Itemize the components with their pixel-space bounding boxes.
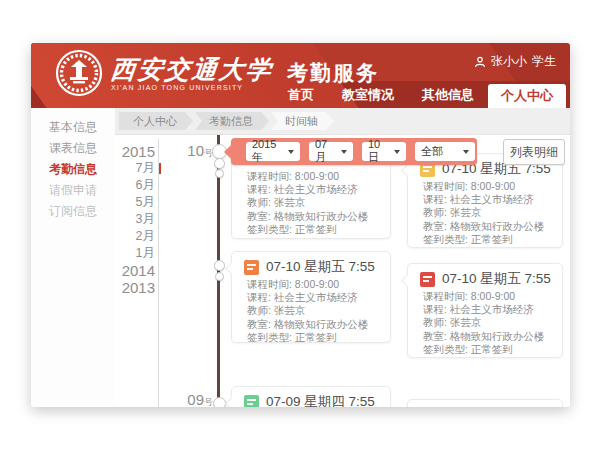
timeline-month-1月[interactable]: 1月 xyxy=(115,245,155,262)
timeline-node xyxy=(215,169,224,178)
dropdown-value: 全部 xyxy=(421,144,443,159)
timeline-month-7月[interactable]: 7月 xyxy=(115,160,155,177)
sidebar-item-课表信息[interactable]: 课表信息 xyxy=(31,138,115,159)
timeline-year-2014[interactable]: 2014 xyxy=(115,262,155,279)
card-field-教师: 教师: 张芸京 xyxy=(408,316,562,329)
card-title: 07-10 星期五 7:55 xyxy=(266,258,375,276)
card-field-课程时间: 课程时间: 8:00-9:00 xyxy=(408,290,562,303)
card-field-教室: 教室: 格物致知行政办公楼 xyxy=(232,210,390,223)
sidebar: 基本信息课表信息考勤信息请假申请订阅信息 xyxy=(31,108,115,407)
filter-dropdown[interactable]: 全部 xyxy=(415,142,475,161)
card-field-课程时间: 课程时间: 8:00-9:00 xyxy=(232,278,390,291)
timeline-month-5月[interactable]: 5月 xyxy=(115,194,155,211)
nav-link-首页[interactable]: 首页 xyxy=(274,81,328,108)
card-field-课程: 课程: 社会主义市场经济 xyxy=(408,303,562,316)
timeline-node xyxy=(213,397,226,407)
card-field-教室: 教室: 格物致知行政办公楼 xyxy=(408,220,562,233)
chevron-down-icon xyxy=(341,150,347,154)
card-field-课程: 课程: 社会主义市场经济 xyxy=(408,193,562,206)
user-icon xyxy=(474,56,486,68)
card-title: 07-09 星期四 7:55 xyxy=(266,393,375,407)
tab-personal-center[interactable]: 个人中心 xyxy=(488,84,566,108)
user-name: 张小小 xyxy=(491,53,527,70)
card-field-签到类型: 签到类型: 正常签到 xyxy=(408,343,562,356)
filter-bubble: 2015年07月10日全部 xyxy=(231,138,477,165)
card-field-签到类型: 签到类型: 正常签到 xyxy=(232,331,390,344)
nav-link-其他信息[interactable]: 其他信息 xyxy=(408,81,488,108)
day-marker: 10号 xyxy=(175,142,213,160)
breadcrumb-item-时间轴[interactable]: 时间轴 xyxy=(271,112,334,130)
selected-month-tick xyxy=(159,163,161,174)
card-field-教室: 教室: 格物致知行政办公楼 xyxy=(408,330,562,343)
years-divider xyxy=(158,139,159,407)
card-field-教室: 教室: 格物致知行政办公楼 xyxy=(232,318,390,331)
chevron-down-icon xyxy=(288,150,294,154)
day-suffix: 号 xyxy=(204,397,213,407)
university-name-cn: 西安交通大学 xyxy=(110,56,275,82)
card-field-课程时间: 课程时间: 8:00-9:00 xyxy=(408,180,562,193)
main-area: 基本信息课表信息考勤信息请假申请订阅信息 个人中心考勤信息时间轴 20157月6… xyxy=(31,108,570,407)
card-field-教师: 教师: 张芸京 xyxy=(232,196,390,209)
timeline-node xyxy=(214,158,225,169)
day-number: 10 xyxy=(187,142,204,159)
timeline-region: 20157月6月5月3月2月1月20142013 10号 09号 课程时间: 8… xyxy=(115,135,570,407)
card-field-教师: 教师: 张芸京 xyxy=(232,304,390,317)
filter-dropdown[interactable]: 07月 xyxy=(309,142,353,161)
list-detail-button[interactable]: 列表明细 xyxy=(503,139,565,165)
sidebar-item-基本信息[interactable]: 基本信息 xyxy=(31,117,115,138)
user-role: 学生 xyxy=(532,53,556,70)
card-field-教师: 教师: 张芸京 xyxy=(408,206,562,219)
filter-dropdown[interactable]: 2015年 xyxy=(246,142,300,161)
app-header: 西安交通大学 XI'AN JIAO TONG UNIVERSITY 考勤服务 张… xyxy=(31,43,570,108)
nav-link-教室情况[interactable]: 教室情况 xyxy=(328,81,408,108)
card-field-课程: 课程: 社会主义市场经济 xyxy=(232,291,390,304)
card-title-row: 07-10 星期五 7:55 xyxy=(232,252,390,278)
dropdown-value: 2015年 xyxy=(252,138,284,165)
card-title: 07-10 星期五 7:55 xyxy=(442,270,551,288)
timeline-month-6月[interactable]: 6月 xyxy=(115,177,155,194)
university-logo-icon xyxy=(55,49,103,97)
content-area: 个人中心考勤信息时间轴 20157月6月5月3月2月1月20142013 10号… xyxy=(115,108,570,407)
user-info[interactable]: 张小小 学生 xyxy=(474,53,556,70)
attendance-card xyxy=(407,399,563,407)
filter-dropdown[interactable]: 10日 xyxy=(362,142,406,161)
timeline-years-nav: 20157月6月5月3月2月1月20142013 xyxy=(115,143,155,296)
timeline-node xyxy=(215,272,224,281)
top-navigation: 首页教室情况其他信息 个人中心 xyxy=(274,81,566,108)
day-suffix: 号 xyxy=(204,148,213,158)
card-title-row xyxy=(408,400,562,407)
calendar-icon xyxy=(420,272,435,287)
attendance-card: 07-10 星期五 7:55课程时间: 8:00-9:00课程: 社会主义市场经… xyxy=(231,251,391,343)
attendance-card: 07-10 星期五 7:55课程时间: 8:00-9:00课程: 社会主义市场经… xyxy=(407,153,563,248)
day-number: 09 xyxy=(187,391,204,407)
breadcrumb-item-考勤信息[interactable]: 考勤信息 xyxy=(195,112,269,130)
chevron-down-icon xyxy=(463,150,469,154)
timeline-year-2015[interactable]: 2015 xyxy=(115,143,155,160)
dropdown-value: 07月 xyxy=(315,138,337,165)
card-field-课程: 课程: 社会主义市场经济 xyxy=(232,183,390,196)
calendar-icon xyxy=(244,395,259,408)
timeline-month-2月[interactable]: 2月 xyxy=(115,228,155,245)
breadcrumb: 个人中心考勤信息时间轴 xyxy=(115,108,570,135)
timeline-month-3月[interactable]: 3月 xyxy=(115,211,155,228)
timeline-year-2013[interactable]: 2013 xyxy=(115,279,155,296)
university-name: 西安交通大学 XI'AN JIAO TONG UNIVERSITY xyxy=(111,56,273,91)
app-window: 西安交通大学 XI'AN JIAO TONG UNIVERSITY 考勤服务 张… xyxy=(31,43,570,407)
attendance-card: 07-09 星期四 7:55 xyxy=(231,386,391,407)
breadcrumb-item-个人中心[interactable]: 个人中心 xyxy=(119,112,193,130)
attendance-card: 07-10 星期五 7:55课程时间: 8:00-9:00课程: 社会主义市场经… xyxy=(407,263,563,358)
dropdown-value: 10日 xyxy=(368,138,390,165)
university-name-en: XI'AN JIAO TONG UNIVERSITY xyxy=(111,84,273,91)
sidebar-item-订阅信息[interactable]: 订阅信息 xyxy=(31,201,115,222)
sidebar-item-考勤信息[interactable]: 考勤信息 xyxy=(31,159,115,180)
card-field-签到类型: 签到类型: 正常签到 xyxy=(232,223,390,236)
sidebar-item-请假申请[interactable]: 请假申请 xyxy=(31,180,115,201)
day-marker: 09号 xyxy=(175,391,213,407)
card-title-row: 07-09 星期四 7:55 xyxy=(232,387,390,407)
card-title-row: 07-10 星期五 7:55 xyxy=(408,264,562,290)
timeline-node xyxy=(214,260,225,271)
card-field-签到类型: 签到类型: 正常签到 xyxy=(408,233,562,246)
calendar-icon xyxy=(244,260,259,275)
card-field-课程时间: 课程时间: 8:00-9:00 xyxy=(232,170,390,183)
chevron-down-icon xyxy=(394,150,400,154)
